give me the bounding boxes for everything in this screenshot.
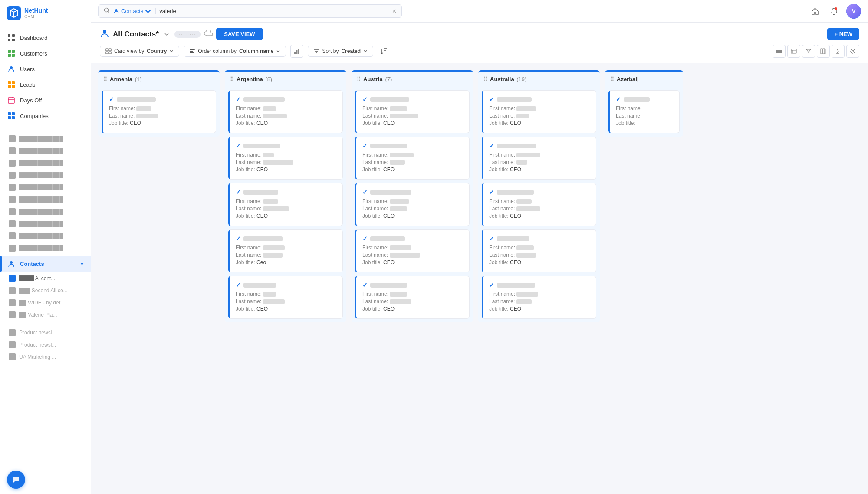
drag-handle-armenia[interactable]: ⠿ (103, 76, 107, 82)
columns-button[interactable] (817, 45, 830, 58)
cloud-sync-icon[interactable] (204, 30, 213, 38)
filter-button[interactable] (802, 45, 815, 58)
sidebar-subitem-2[interactable]: ████████████ (0, 157, 91, 169)
card-name-arg-3: ✓ (236, 235, 336, 242)
jobtitle-label: Job title: (616, 120, 635, 126)
search-box[interactable]: Contacts × (98, 4, 402, 18)
sidebar-subitem-0[interactable]: ████████████ (0, 133, 91, 145)
card-austria-4[interactable]: ✓ First name: Last name: Job title: CEO (355, 276, 470, 319)
bottom-subitem-0[interactable]: Product newsl... (0, 327, 91, 339)
contacts-scope-icon (113, 8, 119, 14)
card-austria-0[interactable]: ✓ First name: Last name: Job title: CEO (355, 90, 470, 133)
contacts-subitem-0[interactable]: ████ Al cont... (0, 272, 91, 285)
sidebar-subitem-8[interactable]: ████████████ (0, 230, 91, 242)
aggregate-button[interactable] (832, 45, 845, 58)
list-view-button[interactable] (787, 45, 800, 58)
column-title-azerbaijan: Azerbaij (617, 76, 639, 82)
card-argentina-4[interactable]: ✓ First name: Last name: Job title: CEO (228, 276, 343, 319)
chart-view-button[interactable] (290, 45, 303, 58)
card-argentina-3[interactable]: ✓ First name: Last name: Job title: Ceo (228, 229, 343, 272)
sort-button[interactable]: Sort by Created (308, 46, 373, 57)
bottom-subitem-1[interactable]: Product newsl... (0, 339, 91, 351)
card-aus-4[interactable]: ✓ First name: Last name: Job title: CEO (482, 276, 596, 319)
sidebar-subitem-7[interactable]: ████████████ (0, 218, 91, 230)
jobtitle-value: CEO (256, 306, 268, 312)
sidebar-item-users[interactable]: Users (0, 61, 91, 77)
drag-handle-argentina[interactable]: ⠿ (230, 76, 234, 82)
sidebar-subitem-6[interactable]: ████████████ (0, 206, 91, 218)
card-field-firstname-arg-1: First name: (236, 152, 336, 158)
svg-rect-24 (106, 49, 108, 51)
cards-australia: ✓ First name: Last name: Job title: CEO (478, 87, 600, 322)
subitem-icon-8 (9, 232, 16, 239)
sidebar-subitem-3[interactable]: ████████████ (0, 169, 91, 181)
card-argentina-0[interactable]: ✓ First name: Last name: Job title: CEO (228, 90, 343, 133)
card-azb-0[interactable]: ✓ First name Last name Job title: (608, 90, 680, 133)
card-argentina-2[interactable]: ✓ First name: Last name: Job title: CEO (228, 183, 343, 226)
card-argentina-1[interactable]: ✓ First name: Last name: Job title: CEO (228, 137, 343, 180)
lastname-value (263, 114, 287, 118)
logo[interactable]: NetHunt CRM (0, 0, 91, 26)
subitem-label-9: ████████████ (19, 245, 63, 251)
drag-handle-azerbaijan[interactable]: ⠿ (610, 76, 614, 82)
title-dropdown-button[interactable] (162, 30, 171, 39)
search-clear-button[interactable]: × (392, 8, 396, 15)
sort-direction-button[interactable] (378, 45, 390, 57)
home-button[interactable] (808, 4, 822, 18)
search-input[interactable] (159, 8, 388, 14)
settings-button[interactable] (846, 45, 859, 58)
contacts-subitem-1[interactable]: ███ Second All co... (0, 285, 91, 297)
user-avatar[interactable]: V (846, 4, 861, 19)
grid-view-button[interactable] (773, 45, 786, 58)
new-record-button[interactable]: + NEW (827, 28, 859, 40)
sidebar-subitem-4[interactable]: ████████████ (0, 181, 91, 193)
svg-point-21 (115, 9, 118, 11)
customers-icon (7, 49, 16, 58)
contacts-subitem-2[interactable]: ██ WIDE - by def... (0, 297, 91, 309)
sidebar-subitem-1[interactable]: ████████████ (0, 145, 91, 157)
contacts-sub-label-0: ████ Al cont... (19, 275, 55, 281)
drag-handle-austria[interactable]: ⠿ (357, 76, 361, 82)
lastname-value (516, 253, 536, 258)
search-scope-selector[interactable]: Contacts (113, 8, 156, 14)
contacts-subitem-3[interactable]: ██ Valerie Pla... (0, 309, 91, 321)
sidebar-item-dashboard[interactable]: Dashboard (0, 30, 91, 46)
sigma-icon (835, 48, 841, 54)
card-austria-1[interactable]: ✓ First name: Last name: Job title: CEO (355, 137, 470, 180)
drag-handle-australia[interactable]: ⠿ (483, 76, 487, 82)
card-view-button[interactable]: Card view by Country (100, 46, 179, 57)
column-header-australia: ⠿ Australia (19) (478, 72, 600, 87)
card-field-jobtitle-arg-3: Job title: Ceo (236, 259, 336, 265)
sidebar-item-companies[interactable]: Companies (0, 108, 91, 124)
card-aus-0[interactable]: ✓ First name: Last name: Job title: CEO (482, 90, 596, 133)
jobtitle-value: CEO (383, 120, 395, 126)
sidebar-subitem-5[interactable]: ████████████ (0, 193, 91, 206)
notifications-button[interactable] (827, 4, 841, 18)
card-armenia-0[interactable]: ✓ First name: Last name: Job title: CEO (102, 90, 216, 133)
sidebar-item-leads[interactable]: Leads (0, 77, 91, 92)
card-aus-3[interactable]: ✓ First name: Last name: Job title: CEO (482, 229, 596, 272)
card-field-firstname-arg-3: First name: (236, 245, 336, 251)
card-field-jobtitle-aus-1: Job title: CEO (489, 167, 590, 173)
card-austria-3[interactable]: ✓ First name: Last name: Job title: CEO (355, 229, 470, 272)
check-icon: ✓ (236, 281, 241, 288)
lastname-value (390, 299, 411, 304)
sidebar-item-contacts[interactable]: Contacts (0, 256, 91, 272)
firstname-value (390, 199, 409, 204)
contact-name (370, 97, 409, 102)
card-austria-2[interactable]: ✓ First name: Last name: Job title: CEO (355, 183, 470, 226)
order-column-button[interactable]: Order column by Column name (184, 46, 286, 57)
subitem-icon-7 (9, 220, 16, 227)
card-aus-1[interactable]: ✓ First name: Last name: Job title: CEO (482, 137, 596, 180)
save-view-button[interactable]: SAVE VIEW (216, 28, 263, 40)
chat-button[interactable] (7, 471, 25, 489)
sidebar-item-daysoff[interactable]: Days Off (0, 92, 91, 108)
view-name-badge[interactable]: ········ (174, 31, 201, 38)
chat-icon (12, 475, 20, 484)
sidebar-item-customers[interactable]: Customers (0, 46, 91, 61)
firstname-label: First name: (489, 198, 515, 204)
subitem-label-5: ████████████ (19, 196, 63, 203)
sidebar-subitem-9[interactable]: ████████████ (0, 242, 91, 254)
card-aus-2[interactable]: ✓ First name: Last name: Job title: CEO (482, 183, 596, 226)
bottom-subitem-2[interactable]: UA Marketing ... (0, 351, 91, 363)
